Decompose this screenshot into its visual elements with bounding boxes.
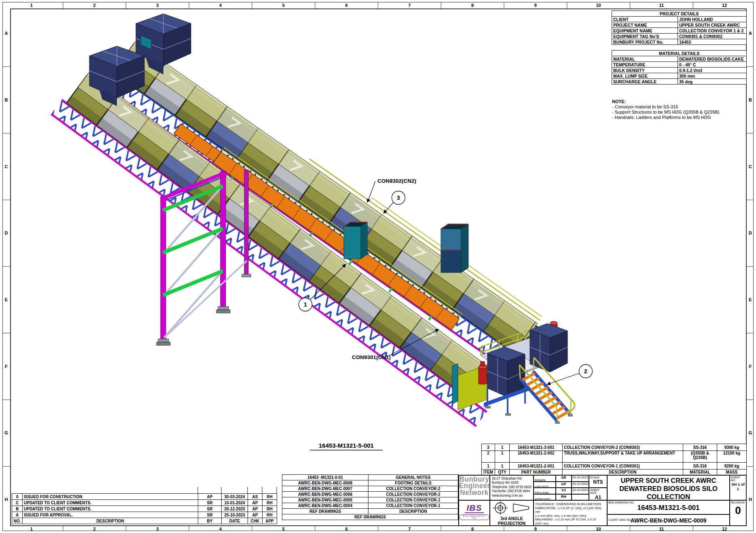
grid-col-label: 10 (596, 527, 601, 531)
client-value: JOHN HOLLAND (678, 17, 747, 22)
address-line: Bunbury WA 6230 (492, 481, 532, 485)
material-label: MATERIAL (612, 56, 678, 62)
grid-row-label: A (749, 31, 752, 36)
grid-row-label: D (5, 231, 8, 235)
revision-label: REVISION (730, 501, 746, 504)
rev-header-desc: DESCRIPTION (23, 518, 198, 524)
rev-by: SR (198, 500, 222, 506)
tolerance-line: ± 2 mm (500~1m), ± 5 mm (5m~20m) (535, 514, 606, 518)
client-dwg-cell: CLIENT DWG NO. AWRC-BEN-DWG-MEC-0009 (607, 514, 730, 526)
bom-desc: TRUSS,WALKWAY,SUPPORT & TAKE UP ARRANGEM… (563, 451, 683, 463)
tolerance-line: TOLERANCE : DIMENSIONS IN MILLIMETERS (535, 502, 606, 506)
rev-app: RH (263, 494, 277, 500)
projeng-label-cell: PROJ ENG (534, 488, 556, 494)
ref-header-left: REF DRAWINGS (282, 509, 368, 514)
bom-header-part: PART NUMBER (510, 470, 563, 475)
tolerance-cell: TOLERANCE : DIMENSIONS IN MILLIMETERS FA… (534, 500, 607, 526)
grid-row-label: E (749, 297, 752, 302)
bom-material: SS-316 (683, 463, 717, 470)
note-line: - Support Structures to be MS HDG (Q355B… (612, 110, 719, 115)
ref-number: AWRC-BEN-DWG-MEC-0008 (282, 480, 368, 486)
grid-col-label: 1 (30, 527, 33, 531)
conveyor-cn1 (51, 70, 509, 427)
bom-qty: 1 (495, 451, 510, 463)
rev-header-date: DATE (222, 518, 248, 524)
bom-mass: 9200 kg (717, 463, 747, 470)
label-cn2: CON9302(CN2) (377, 178, 416, 184)
grid-col-label: 11 (659, 527, 664, 531)
approved-label-cell: APPROVED (534, 494, 556, 501)
note-line: - Handrails, Ladders and Platforms to be… (612, 115, 719, 120)
rev-chk: AP (248, 506, 263, 512)
grid-col-label: 8 (471, 527, 474, 531)
grid-col-label: 9 (534, 3, 537, 8)
grid-col-label: 9 (534, 527, 537, 531)
tolerance-line: FABRICATION : ± 0.5 UP (1~100), ±1 (100~… (535, 506, 606, 514)
revision-cell: REVISION 0 (730, 500, 746, 526)
drawn-label-cell: DRAWN (534, 475, 556, 482)
temperature-label: TEMPERATURE (612, 62, 678, 68)
chute-cn2 (344, 222, 367, 259)
ibs-logo: IBS BULK HANDLING PTY LTD (459, 500, 490, 526)
bunbury-project-value: 16453 (678, 39, 747, 45)
ben-dwg-label: BEN DRAWING NO. (608, 501, 635, 504)
material-value: DEWATERED BIOSOLIDS CAKE (678, 56, 747, 62)
bom-item: 2 (482, 451, 495, 463)
sheet-size-cell: SHEET SIZE A1 (589, 488, 607, 500)
drawing-title-line: UPPER SOUTH CREEK AWRC (608, 476, 729, 484)
ref-desc: FOOTING DETAILS (368, 480, 458, 486)
rev-app: RH (263, 512, 277, 518)
rev-app: RH (263, 506, 277, 512)
bom-part: 16453-M1321-3-001 (510, 444, 563, 451)
ref-number: AWRC-BEN-DWG-MEC-0007 (282, 486, 368, 492)
rev-date: 10-01-2024 (222, 500, 248, 506)
projection-label: 3rd ANGLE PROJECTION (490, 516, 533, 526)
approved-date (572, 494, 589, 501)
balloon-1-number: 1 (304, 301, 307, 308)
bunbury-project-label: BUNBURY PROJECT No. (612, 39, 678, 45)
chute-cn1 (441, 224, 468, 273)
title-block: Bunbury Engineering Network 25-27 Shanah… (458, 475, 746, 526)
grid-col-label: 6 (345, 527, 348, 531)
bulk-density-label: BULK DENSITY (612, 68, 678, 73)
company-logo-line: Network (459, 489, 489, 496)
grid-row-label: F (5, 364, 8, 369)
equipment-name-value: COLLECTION CONVEYOR 1 & 2 (678, 28, 747, 34)
grid-col-label: 4 (219, 3, 222, 8)
bom-qty: 1 (495, 444, 510, 451)
third-angle-projection-icon (491, 501, 533, 515)
balloon-2-number: 2 (584, 368, 587, 374)
rev-header-no: NO. (12, 518, 23, 524)
revision-table: 0 ISSUED FOR CONSTRUCTION AP 30-03-2024 … (12, 493, 277, 524)
client-dwg-label: CLIENT DWG NO. (608, 518, 633, 522)
ref-desc: COLLECTION CONVEYOR-2 (368, 486, 458, 492)
project-name-label: PROJECT NAME (612, 22, 678, 28)
material-details-title: MATERIAL DETAILS (612, 51, 747, 56)
rev-date: 20-12-2023 (222, 506, 248, 512)
grid-row-label: E (5, 297, 8, 302)
rev-chk: AP (248, 512, 263, 518)
bom-part: 16453-M1321-2-001 (510, 463, 563, 470)
rev-by: SR (198, 512, 222, 518)
rev-no: C (12, 500, 23, 506)
bom-desc: COLLECTION CONVEYOR-2 (CON9302) (563, 444, 683, 451)
bom-qty: 1 (495, 463, 510, 470)
note-line: - Conveyor material to be SS-316 (612, 104, 719, 110)
notes-block: NOTE: - Conveyor material to be SS-316 -… (612, 99, 719, 120)
grid-row-label: G (749, 430, 752, 435)
ref-number: AWRC-BEN-DWG-MEC-0005 (282, 497, 368, 503)
ref-number: AWRC-BEN-DWG-MEC-0004 (282, 503, 368, 509)
sheet-no-label: SHEET NO. (730, 476, 746, 482)
scale-label: SCALE (589, 476, 607, 479)
ref-header-right: DESCRIPTION (368, 509, 458, 514)
bom-part: 16453-M1321-2-002 (510, 451, 563, 463)
grid-row-label: B (5, 97, 8, 102)
rev-date: 25-10-2023 (222, 512, 248, 518)
grid-row-label: H (749, 497, 752, 502)
ibs-logo-text: IBS (465, 503, 483, 513)
company-address: 25-27 Shanahan Rd Bunbury WA 6230 Teleph… (490, 475, 534, 500)
material-details-table: MATERIAL DETAILS MATERIALDEWATERED BIOSO… (612, 50, 747, 85)
sheet-size-value: A1 (589, 495, 607, 500)
drawing-ref: 16453-M1321-5-001 (310, 442, 383, 450)
ref-desc: COLLECTION CONVEYOR-2 (368, 492, 458, 497)
